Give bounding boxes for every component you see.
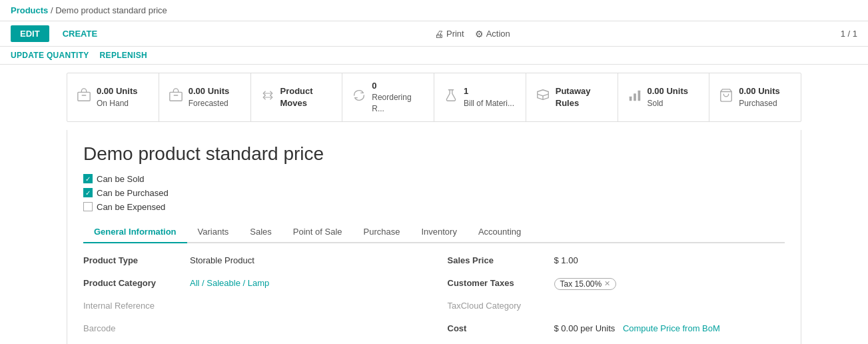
svg-rect-1: [170, 93, 182, 101]
create-button[interactable]: CREATE: [56, 25, 104, 42]
putaway-icon: [536, 88, 550, 106]
stat-bom-value: 1: [464, 85, 514, 97]
form-row-product-type: Product Type Storable Product: [83, 254, 421, 270]
stat-purchased-label: Purchased: [739, 98, 779, 109]
refresh-icon: [352, 88, 366, 106]
taxcloud-value: [554, 299, 785, 301]
toolbar: EDIT CREATE Print Action 1 / 1: [0, 21, 868, 47]
stats-bar: 0.00 Units On Hand 0.00 Units Forecasted…: [67, 73, 801, 122]
can-be-sold-label: Can be Sold: [97, 174, 145, 184]
tax-badge-label: Tax 15.00%: [560, 279, 602, 289]
stat-forecasted[interactable]: 0.00 Units Forecasted: [159, 73, 251, 121]
can-be-expensed-checkbox[interactable]: [83, 202, 93, 211]
boxes-icon-forecasted: [169, 88, 183, 106]
stat-on-hand-text: 0.00 Units On Hand: [97, 85, 137, 109]
form-row-internal-ref: Internal Reference: [83, 299, 421, 315]
breadcrumb-parent[interactable]: Products: [11, 5, 48, 15]
form-left: Product Type Storable Product Product Ca…: [83, 254, 421, 344]
barcode-label: Barcode: [83, 322, 190, 333]
stat-sold-label: Sold: [648, 98, 688, 109]
flask-icon: [444, 88, 458, 106]
stat-sold[interactable]: 0.00 Units Sold: [618, 73, 710, 121]
product-category-link[interactable]: All / Saleable / Lamp: [190, 278, 269, 288]
tax-badge-remove[interactable]: ✕: [604, 279, 610, 288]
svg-rect-3: [634, 94, 636, 101]
stat-on-hand-label: On Hand: [97, 98, 137, 109]
breadcrumb: Products / Demo product standard price: [0, 0, 868, 21]
boxes-icon-on-hand: [77, 88, 91, 106]
stat-on-hand[interactable]: 0.00 Units On Hand: [67, 73, 159, 121]
tax-badge[interactable]: Tax 15.00% ✕: [554, 278, 617, 290]
form-row-cost: Cost $ 0.00 per Units Compute Price from…: [448, 322, 785, 338]
stat-reordering-value: 0: [372, 80, 424, 92]
stat-putaway-text: Putaway Rules: [556, 85, 608, 109]
cart-icon: [719, 88, 733, 106]
arrows-icon: [260, 89, 275, 105]
action-link[interactable]: Action: [475, 29, 510, 39]
tab-variants[interactable]: Variants: [187, 221, 240, 243]
tab-general[interactable]: General Information: [83, 221, 187, 243]
stat-purchased-text: 0.00 Units Purchased: [739, 85, 779, 109]
can-be-purchased-label: Can be Purchased: [97, 188, 169, 198]
stat-reordering-label: Reordering R...: [372, 92, 424, 115]
tab-sales[interactable]: Sales: [239, 221, 282, 243]
tab-pos[interactable]: Point of Sale: [282, 221, 353, 243]
sales-price-value: $ 1.00: [554, 254, 785, 265]
compute-bom-link[interactable]: Compute Price from BoM: [623, 323, 720, 333]
can-be-purchased-checkbox[interactable]: [83, 188, 93, 197]
stat-reordering[interactable]: 0 Reordering R...: [342, 73, 434, 121]
gear-icon: [475, 29, 484, 39]
form-row-taxcloud: TaxCloud Category: [448, 299, 785, 315]
internal-ref-label: Internal Reference: [83, 299, 190, 311]
stat-purchased-value: 0.00 Units: [739, 85, 779, 97]
pagination: 1 / 1: [841, 29, 857, 39]
sales-price-label: Sales Price: [448, 254, 554, 265]
stat-product-moves-text: Product Moves: [280, 85, 333, 109]
stat-sold-value: 0.00 Units: [648, 85, 688, 97]
internal-ref-value: [190, 299, 421, 301]
product-category-label: Product Category: [83, 277, 190, 288]
stat-product-moves[interactable]: Product Moves: [251, 73, 343, 121]
print-link[interactable]: Print: [434, 29, 464, 39]
cost-amount: $ 0.00 per Units: [554, 323, 616, 333]
form-row-barcode: Barcode: [83, 322, 421, 338]
customer-taxes-value: Tax 15.00% ✕: [554, 277, 785, 290]
product-title: Demo product standard price: [83, 143, 785, 165]
stat-on-hand-value: 0.00 Units: [97, 85, 137, 97]
stat-forecasted-text: 0.00 Units Forecasted: [189, 85, 229, 109]
print-icon: [434, 29, 444, 39]
svg-rect-2: [629, 97, 632, 101]
tab-accounting[interactable]: Accounting: [468, 221, 532, 243]
svg-rect-0: [78, 93, 90, 101]
action-label: Action: [486, 29, 510, 39]
edit-button[interactable]: EDIT: [11, 25, 49, 42]
checkbox-row-purchased: Can be Purchased: [83, 188, 785, 198]
can-be-sold-checkbox[interactable]: [83, 174, 93, 183]
secondary-toolbar: UPDATE QUANTITY REPLENISH: [0, 47, 868, 65]
print-label: Print: [446, 29, 464, 39]
checkbox-row-expensed: Can be Expensed: [83, 202, 785, 212]
breadcrumb-current: Demo product standard price: [55, 5, 167, 15]
svg-rect-4: [638, 91, 640, 101]
tab-inventory[interactable]: Inventory: [410, 221, 467, 243]
checkboxes: Can be Sold Can be Purchased Can be Expe…: [83, 174, 785, 212]
tabs: General Information Variants Sales Point…: [83, 221, 785, 243]
product-type-value: Storable Product: [190, 254, 421, 265]
tab-purchase[interactable]: Purchase: [353, 221, 411, 243]
stat-putaway[interactable]: Putaway Rules: [526, 73, 618, 121]
can-be-expensed-label: Can be Expensed: [97, 202, 165, 212]
form-row-customer-taxes: Customer Taxes Tax 15.00% ✕: [448, 277, 785, 293]
stat-forecasted-label: Forecasted: [189, 98, 229, 109]
product-type-label: Product Type: [83, 254, 190, 265]
customer-taxes-label: Customer Taxes: [448, 277, 554, 288]
stat-purchased[interactable]: 0.00 Units Purchased: [709, 73, 801, 121]
form-right: Sales Price $ 1.00 Customer Taxes Tax 15…: [448, 254, 785, 344]
toolbar-center: Print Action: [434, 29, 510, 39]
product-category-value: All / Saleable / Lamp: [190, 277, 421, 288]
checkbox-row-sold: Can be Sold: [83, 174, 785, 184]
main-card: Demo product standard price Can be Sold …: [67, 130, 801, 344]
barcode-value: [190, 322, 421, 323]
stat-bom[interactable]: 1 Bill of Materi...: [434, 73, 526, 121]
update-quantity-link[interactable]: UPDATE QUANTITY: [11, 51, 89, 60]
replenish-link[interactable]: REPLENISH: [100, 51, 147, 60]
